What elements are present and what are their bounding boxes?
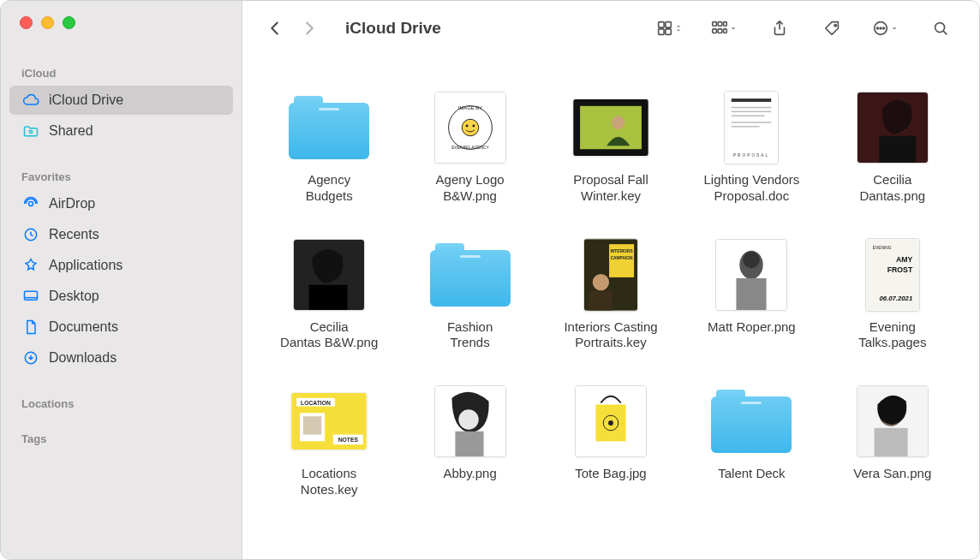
search-button[interactable] bbox=[926, 14, 955, 43]
sidebar-item-shared[interactable]: Shared bbox=[9, 116, 233, 146]
file-item[interactable]: Abby.png bbox=[403, 384, 535, 498]
document-icon bbox=[21, 318, 40, 337]
action-menu-button[interactable] bbox=[871, 14, 902, 43]
sidebar-item-documents[interactable]: Documents bbox=[9, 313, 233, 342]
file-item[interactable]: LOCATIONNOTESLocations Notes.key bbox=[263, 384, 395, 498]
svg-point-0 bbox=[29, 130, 32, 133]
downloads-icon bbox=[21, 349, 40, 367]
svg-rect-12 bbox=[713, 29, 717, 33]
svg-text:IMAGE BY: IMAGE BY bbox=[457, 105, 481, 110]
svg-point-20 bbox=[935, 23, 945, 33]
file-item[interactable]: Matt Roper.png bbox=[685, 237, 817, 352]
file-label: Talent Deck bbox=[718, 466, 785, 482]
file-item[interactable]: IMAGE BYEVENING AGENCYAgeny Logo B&W.png bbox=[403, 90, 535, 205]
file-item[interactable]: Cecilia Dantas B&W.png bbox=[263, 237, 395, 352]
folder-icon bbox=[289, 96, 369, 159]
file-label: Agency Budgets bbox=[306, 172, 353, 205]
file-grid-area: Agency BudgetsIMAGE BYEVENING AGENCYAgen… bbox=[242, 56, 979, 559]
svg-rect-67 bbox=[303, 416, 321, 434]
svg-text:EVENING AGENCY: EVENING AGENCY bbox=[451, 146, 489, 150]
file-item[interactable]: Proposal Fall Winter.key bbox=[545, 90, 677, 205]
file-label: Ageny Logo B&W.png bbox=[436, 172, 505, 205]
svg-point-19 bbox=[883, 27, 885, 29]
file-label: Cecilia Dantas B&W.png bbox=[280, 319, 378, 352]
file-item[interactable]: PROPOSALLighting Vendors Proposal.doc bbox=[685, 90, 817, 205]
file-item[interactable]: Vera San.png bbox=[827, 384, 959, 498]
svg-rect-70 bbox=[455, 432, 483, 456]
thumbnail-art bbox=[435, 386, 505, 456]
svg-point-25 bbox=[465, 125, 468, 128]
svg-text:PROPOSAL: PROPOSAL bbox=[733, 153, 769, 158]
sidebar-section-icloud: iCloud bbox=[1, 63, 242, 85]
sidebar-item-desktop[interactable]: Desktop bbox=[9, 282, 233, 311]
svg-text:FROST: FROST bbox=[887, 265, 913, 274]
sidebar-section-locations: Locations bbox=[1, 394, 242, 415]
file-label: Tote Bag.jpg bbox=[575, 466, 646, 482]
toolbar: iCloud Drive bbox=[242, 1, 979, 56]
sidebar-item-airdrop[interactable]: AirDrop bbox=[9, 189, 233, 218]
svg-rect-11 bbox=[724, 22, 727, 27]
sidebar-item-applications[interactable]: Applications bbox=[9, 251, 233, 280]
sidebar-item-recents[interactable]: Recents bbox=[9, 220, 233, 249]
group-by-button[interactable] bbox=[710, 14, 741, 43]
file-label: Proposal Fall Winter.key bbox=[573, 172, 648, 205]
sidebar-section-favorites: Favorites bbox=[1, 167, 242, 188]
thumbnail-art bbox=[573, 99, 648, 156]
svg-point-50 bbox=[593, 274, 609, 290]
sidebar-item-label: Desktop bbox=[49, 289, 99, 304]
svg-text:EVENING: EVENING bbox=[873, 245, 892, 249]
close-window-button[interactable] bbox=[20, 16, 33, 29]
file-label: Matt Roper.png bbox=[708, 319, 796, 336]
svg-point-74 bbox=[608, 420, 613, 426]
file-item[interactable]: Cecilia Dantas.png bbox=[827, 90, 959, 205]
back-button[interactable] bbox=[260, 13, 290, 44]
file-thumb bbox=[289, 90, 369, 165]
file-label: Cecilia Dantas.png bbox=[859, 172, 925, 205]
finder-window: iCloud iCloud Drive Shared Favorites Air… bbox=[0, 0, 980, 560]
tags-button[interactable] bbox=[818, 14, 847, 43]
thumbnail-art: INTERIORSCAMPAIGN bbox=[584, 239, 637, 311]
sidebar-section-tags: Tags bbox=[1, 429, 242, 450]
file-thumb: PROPOSAL bbox=[724, 90, 779, 165]
svg-rect-54 bbox=[737, 277, 767, 309]
svg-rect-14 bbox=[724, 29, 727, 33]
window-controls bbox=[1, 16, 242, 29]
airdrop-icon bbox=[21, 194, 40, 213]
svg-point-18 bbox=[880, 27, 881, 29]
file-thumb bbox=[575, 384, 647, 459]
thumbnail-art bbox=[858, 92, 928, 163]
file-item[interactable]: EVENINGAMYFROST06.07.2021Evening Talks.p… bbox=[827, 237, 959, 352]
svg-rect-10 bbox=[718, 22, 722, 27]
thumbnail-art: LOCATIONNOTES bbox=[291, 393, 367, 450]
thumbnail-art: EVENINGAMYFROST06.07.2021 bbox=[866, 239, 919, 311]
file-item[interactable]: Talent Deck bbox=[685, 384, 817, 498]
applications-icon bbox=[21, 256, 40, 275]
file-item[interactable]: INTERIORSCAMPAIGNInteriors Casting Portr… bbox=[545, 237, 677, 352]
svg-rect-8 bbox=[666, 29, 671, 34]
share-button[interactable] bbox=[765, 14, 794, 43]
svg-rect-3 bbox=[25, 291, 38, 300]
minimize-window-button[interactable] bbox=[41, 16, 54, 29]
file-item[interactable]: Tote Bag.jpg bbox=[545, 384, 677, 498]
file-thumb bbox=[857, 90, 929, 165]
file-thumb bbox=[711, 384, 792, 459]
sidebar-item-icloud-drive[interactable]: iCloud Drive bbox=[9, 86, 233, 115]
file-thumb bbox=[430, 237, 511, 313]
svg-rect-36 bbox=[732, 115, 765, 116]
fullscreen-window-button[interactable] bbox=[63, 16, 75, 29]
desktop-icon bbox=[21, 287, 40, 306]
svg-rect-33 bbox=[732, 98, 772, 102]
svg-rect-13 bbox=[718, 29, 722, 33]
forward-button[interactable] bbox=[294, 13, 325, 44]
svg-text:NOTES: NOTES bbox=[338, 437, 359, 443]
file-item[interactable]: Agency Budgets bbox=[263, 90, 395, 205]
view-mode-button[interactable] bbox=[655, 14, 686, 43]
svg-point-69 bbox=[458, 409, 478, 429]
sidebar-item-label: Downloads bbox=[49, 350, 117, 366]
thumbnail-art: IMAGE BYEVENING AGENCY bbox=[435, 92, 505, 163]
cloud-icon bbox=[21, 91, 40, 110]
thumbnail-art bbox=[576, 386, 646, 456]
svg-rect-42 bbox=[879, 136, 916, 163]
sidebar-item-downloads[interactable]: Downloads bbox=[9, 343, 233, 372]
file-item[interactable]: Fashion Trends bbox=[403, 237, 535, 352]
